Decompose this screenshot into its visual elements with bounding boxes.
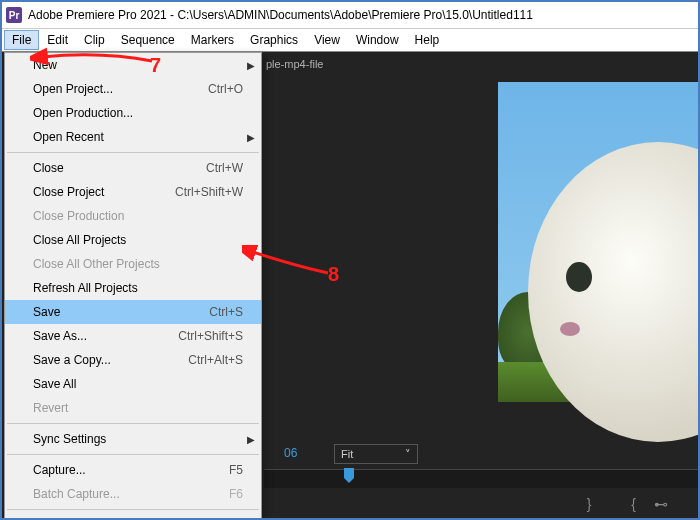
menu-view[interactable]: View: [306, 30, 348, 50]
menu-item-open-recent[interactable]: Open Recent▶: [5, 125, 261, 149]
menu-item-shortcut: Ctrl+Shift+S: [178, 329, 243, 343]
menu-item-label: Save a Copy...: [33, 353, 111, 367]
menu-item-label: Sync Settings: [33, 432, 106, 446]
menu-item-label: Save: [33, 305, 60, 319]
menu-item-save-as[interactable]: Save As...Ctrl+Shift+S: [5, 324, 261, 348]
timeline-ruler[interactable]: [264, 469, 698, 488]
menu-item-label: Refresh All Projects: [33, 281, 138, 295]
app-window: Pr Adobe Premiere Pro 2021 - C:\Users\AD…: [0, 0, 700, 520]
menu-graphics[interactable]: Graphics: [242, 30, 306, 50]
menu-item-label: Save All: [33, 377, 76, 391]
menu-item-save-all[interactable]: Save All: [5, 372, 261, 396]
menu-item-new[interactable]: New▶: [5, 53, 261, 77]
menu-item-save-a-copy[interactable]: Save a Copy...Ctrl+Alt+S: [5, 348, 261, 372]
menu-item-shortcut: Ctrl+O: [208, 82, 243, 96]
marker-icons[interactable]: } {⊷: [587, 496, 686, 512]
menu-item-shortcut: Ctrl+Shift+W: [175, 185, 243, 199]
menu-item-shortcut: Ctrl+S: [209, 305, 243, 319]
annotation-label-7: 7: [150, 54, 161, 77]
menu-item-refresh-all-projects[interactable]: Refresh All Projects: [5, 276, 261, 300]
menubar: File Edit Clip Sequence Markers Graphics…: [2, 29, 698, 52]
menu-item-label: Capture...: [33, 463, 86, 477]
zoom-fit-dropdown[interactable]: Fit ˅: [334, 444, 418, 464]
chevron-right-icon: ▶: [247, 434, 255, 445]
menu-item-label: Batch Capture...: [33, 487, 120, 501]
menu-item-close-production: Close Production: [5, 204, 261, 228]
menu-item-label: Revert: [33, 401, 68, 415]
menu-item-label: Close Production: [33, 209, 124, 223]
video-frame-nose: [560, 322, 580, 336]
menu-item-save[interactable]: SaveCtrl+S: [5, 300, 261, 324]
menu-item-shortcut: F6: [229, 487, 243, 501]
menu-edit[interactable]: Edit: [39, 30, 76, 50]
menu-item-label: Save As...: [33, 329, 87, 343]
window-title: Adobe Premiere Pro 2021 - C:\Users\ADMIN…: [28, 8, 533, 22]
menu-item-close-all-projects[interactable]: Close All Projects: [5, 228, 261, 252]
menu-item-shortcut: F5: [229, 463, 243, 477]
menu-markers[interactable]: Markers: [183, 30, 242, 50]
menu-clip[interactable]: Clip: [76, 30, 113, 50]
menu-item-close-all-other-projects: Close All Other Projects: [5, 252, 261, 276]
timecode-display: 06: [284, 446, 297, 460]
menu-item-revert: Revert: [5, 396, 261, 420]
program-monitor: [498, 82, 698, 482]
panel-tab[interactable]: ple-mp4-file: [260, 52, 323, 76]
menu-item-open-project[interactable]: Open Project...Ctrl+O: [5, 77, 261, 101]
menu-item-label: New: [33, 58, 57, 72]
menu-item-link-media: Link Media...: [5, 513, 261, 520]
video-frame-eye: [566, 262, 592, 292]
titlebar: Pr Adobe Premiere Pro 2021 - C:\Users\AD…: [2, 2, 698, 29]
app-icon: Pr: [6, 7, 22, 23]
menu-item-label: Open Production...: [33, 106, 133, 120]
menu-separator: [7, 152, 259, 153]
menu-separator: [7, 509, 259, 510]
menu-item-batch-capture: Batch Capture...F6: [5, 482, 261, 506]
menu-item-shortcut: Ctrl+W: [206, 161, 243, 175]
menu-item-close-project[interactable]: Close ProjectCtrl+Shift+W: [5, 180, 261, 204]
menu-file[interactable]: File: [4, 30, 39, 50]
chevron-down-icon: ˅: [405, 448, 411, 461]
menu-separator: [7, 454, 259, 455]
menu-separator: [7, 423, 259, 424]
file-menu-dropdown: New▶Open Project...Ctrl+OOpen Production…: [4, 52, 262, 520]
menu-item-label: Open Project...: [33, 82, 113, 96]
menu-item-shortcut: Ctrl+Alt+S: [188, 353, 243, 367]
menu-help[interactable]: Help: [407, 30, 448, 50]
chevron-right-icon: ▶: [247, 60, 255, 71]
annotation-label-8: 8: [328, 263, 339, 286]
menu-item-label: Close Project: [33, 185, 104, 199]
menu-window[interactable]: Window: [348, 30, 407, 50]
menu-sequence[interactable]: Sequence: [113, 30, 183, 50]
fit-label: Fit: [341, 448, 353, 460]
chevron-right-icon: ▶: [247, 132, 255, 143]
menu-item-label: Close All Projects: [33, 233, 126, 247]
menu-item-label: Close: [33, 161, 64, 175]
menu-item-label: Close All Other Projects: [33, 257, 160, 271]
menu-item-sync-settings[interactable]: Sync Settings▶: [5, 427, 261, 451]
menu-item-capture[interactable]: Capture...F5: [5, 458, 261, 482]
menu-item-close[interactable]: CloseCtrl+W: [5, 156, 261, 180]
playhead-icon[interactable]: [344, 468, 354, 478]
menu-item-open-production[interactable]: Open Production...: [5, 101, 261, 125]
menu-item-label: Open Recent: [33, 130, 104, 144]
